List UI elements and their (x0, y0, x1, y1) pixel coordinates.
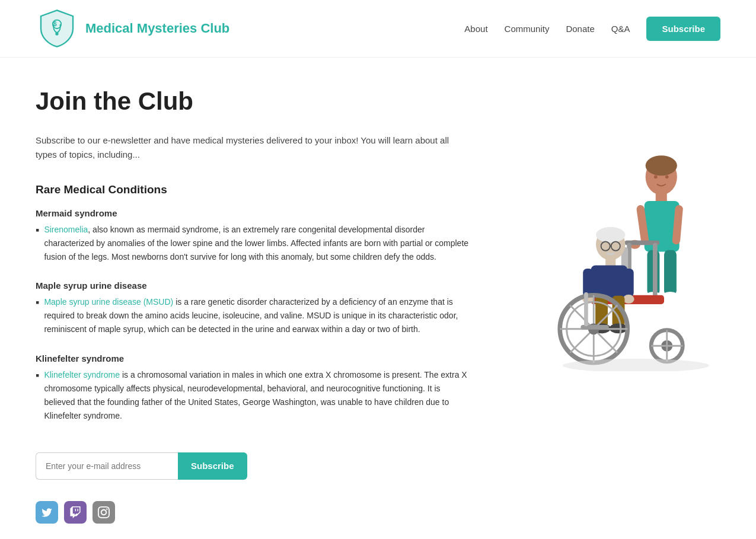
svg-rect-29 (624, 269, 634, 297)
twitter-icon-button[interactable] (36, 501, 58, 524)
condition-msud-item: ▪ Maple syrup urine disease (MSUD) is a … (36, 295, 471, 336)
nav-qa[interactable]: Q&A (611, 24, 630, 34)
page-title: Join the Club (36, 87, 471, 116)
svg-rect-18 (653, 243, 658, 299)
svg-point-4 (646, 155, 677, 176)
sirenomelia-link[interactable]: Sirenomelia (44, 225, 88, 234)
header-subscribe-button[interactable]: Subscribe (646, 17, 720, 41)
twitch-icon (69, 506, 81, 518)
content-area: Join the Club Subscribe to our e-newslet… (36, 87, 471, 524)
condition-klinefelter-title: Klinefelter syndrome (36, 353, 471, 363)
condition-mermaid-text: Sirenomelia, also known as mermaid syndr… (44, 223, 471, 264)
nav-community[interactable]: Community (505, 24, 550, 34)
svg-rect-28 (583, 269, 593, 297)
instagram-icon-button[interactable] (92, 501, 115, 524)
svg-rect-26 (605, 259, 615, 266)
mermaid-desc: , also known as mermaid syndrome, is an … (44, 225, 468, 261)
site-header: $ Medical Mysteries Club About Community… (0, 0, 756, 58)
site-title: Medical Mysteries Club (85, 21, 229, 36)
svg-point-5 (654, 175, 658, 178)
condition-msud: Maple syrup urine disease ▪ Maple syrup … (36, 280, 471, 336)
condition-msud-title: Maple syrup urine disease (36, 280, 471, 291)
twitter-icon (41, 506, 53, 518)
svg-rect-13 (664, 250, 677, 295)
svg-rect-48 (584, 292, 588, 326)
svg-point-22 (596, 227, 625, 243)
main-nav: About Community Donate Q&A Subscribe (464, 17, 720, 41)
instagram-icon (98, 506, 110, 518)
bullet-icon: ▪ (36, 223, 39, 264)
msud-link[interactable]: Maple syrup urine disease (MSUD) (44, 297, 173, 307)
illustration-area (495, 87, 720, 524)
social-icons-row (36, 501, 471, 524)
nav-donate[interactable]: Donate (566, 24, 594, 34)
bullet-icon: ▪ (36, 295, 39, 336)
intro-text: Subscribe to our e-newsletter and have m… (36, 133, 471, 162)
condition-mermaid-item: ▪ Sirenomelia, also known as mermaid syn… (36, 223, 471, 264)
svg-point-1 (55, 32, 58, 35)
svg-point-6 (665, 175, 669, 178)
twitch-icon-button[interactable] (64, 501, 87, 524)
email-subscribe-section: Subscribe (36, 452, 471, 480)
section-title: Rare Medical Conditions (36, 183, 471, 196)
logo-area: $ Medical Mysteries Club (36, 7, 229, 50)
email-input[interactable] (36, 452, 178, 480)
main-content: Join the Club Subscribe to our e-newslet… (0, 58, 756, 539)
klinefelter-link[interactable]: Klinefelter syndrome (44, 370, 120, 379)
condition-mermaid: Mermaid syndrome ▪ Sirenomelia, also kno… (36, 208, 471, 264)
logo-icon: $ (36, 7, 78, 50)
wheelchair-illustration (495, 135, 720, 371)
condition-msud-text: Maple syrup urine disease (MSUD) is a ra… (44, 295, 471, 336)
nav-about[interactable]: About (464, 24, 487, 34)
subscribe-button[interactable]: Subscribe (178, 452, 247, 480)
condition-klinefelter-item: ▪ Klinefelter syndrome is a chromosomal … (36, 368, 471, 423)
svg-text:$: $ (53, 20, 57, 27)
svg-rect-7 (656, 193, 667, 202)
condition-mermaid-title: Mermaid syndrome (36, 208, 471, 218)
condition-klinefelter-text: Klinefelter syndrome is a chromosomal va… (44, 368, 471, 423)
condition-klinefelter: Klinefelter syndrome ▪ Klinefelter syndr… (36, 353, 471, 423)
bullet-icon: ▪ (36, 368, 39, 423)
